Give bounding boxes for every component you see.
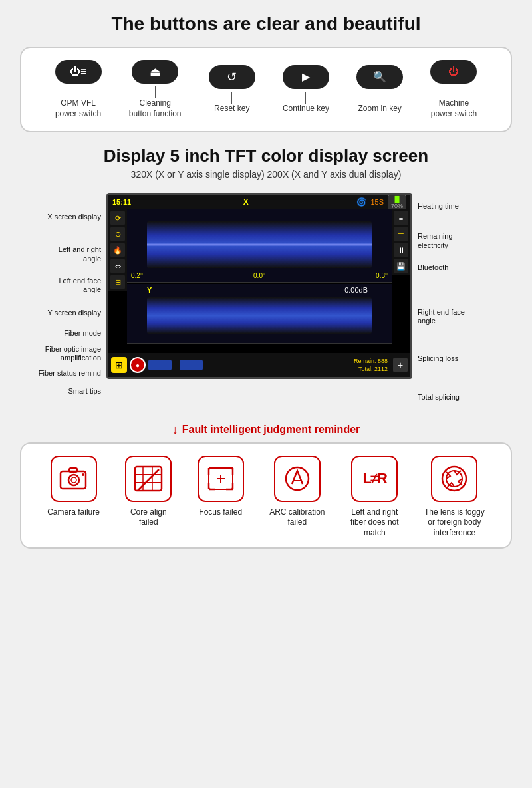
arc-calibration-svg [283, 465, 312, 492]
btn-continue: ▶ Continue key [283, 65, 329, 114]
screen-bottom-bar: ⊞ ● Remain: 888 Total: 2112 + [108, 353, 410, 377]
angle-right: 0.3° [376, 272, 388, 279]
fault-text-camera: Camera failure [47, 507, 100, 518]
fault-item-camera: Camera failure [47, 456, 100, 518]
opm-vfl-icon: ⏻≡ [70, 66, 86, 78]
bottom-plus-icon[interactable]: + [393, 358, 408, 372]
icon-btn-right-face[interactable]: ≡ [394, 211, 408, 225]
icon-btn-lines[interactable]: ═ [394, 227, 408, 241]
connector-opm [78, 86, 78, 98]
label-fiber-mode: Fiber mode [20, 329, 101, 338]
angle-center: 0.0° [253, 272, 265, 279]
btn-zoom: 🔍 Zoom in key [356, 65, 403, 114]
fault-arrow-icon: ↓ [172, 423, 178, 437]
fault-text-mismatch: Left and rightfiber does notmatch [350, 507, 399, 539]
heat-icon: 🌀 [356, 197, 366, 207]
btn-opm-vfl: ⏻≡ OPM VFLpower switch [55, 60, 102, 119]
buttons-title: The buttons are clear and beautiful [20, 13, 512, 35]
bottom-smart-tips-icon[interactable]: ⊞ [111, 357, 127, 373]
label-fiber-status: Fiber status remind [20, 369, 101, 378]
fault-icon-foggy [431, 456, 477, 502]
bottom-target-icon[interactable]: ● [130, 357, 146, 373]
icon-btn-loop[interactable]: ⟳ [110, 211, 125, 225]
label-lr-angle: Left and rightangle [20, 245, 101, 263]
x-fiber-view: 0.2° 0.0° 0.3° [127, 209, 392, 283]
label-y-screen: Y screen display [20, 309, 101, 317]
fault-icon-camera [51, 456, 97, 502]
fault-icon-arc [274, 456, 321, 502]
fault-icon-mismatch: L≠R [351, 456, 398, 502]
cleaning-label: Cleaningbutton function [129, 98, 182, 119]
svg-point-1 [68, 475, 79, 485]
fault-item-focus: Focus failed [198, 456, 244, 518]
buttons-row: ⏻≡ OPM VFLpower switch ⏏ Cleaningbutton … [41, 60, 491, 119]
x-fiber-line [147, 244, 372, 246]
reset-icon: ↺ [227, 70, 237, 84]
core-align-svg [134, 465, 163, 492]
left-labels: X screen display Left and rightangle Lef… [20, 193, 106, 400]
tft-screen: 15:11 X 🌀 15S ▐▌ 70% ⟳ [106, 193, 412, 379]
battery-box: ▐▌ 70% [388, 194, 406, 211]
svg-rect-3 [69, 468, 77, 472]
display-subtitle: 320X (X or Y axis single display) 200X (… [20, 169, 512, 180]
icon-bar-left: ⟳ ⊙ 🔥 ⇔ ⊞ [108, 209, 127, 291]
btn-pill-power[interactable]: ⏻ [430, 60, 477, 84]
battery-icon: ▐▌ [392, 196, 402, 203]
icon-btn-save[interactable]: 💾 [394, 259, 408, 273]
cleaning-icon: ⏏ [150, 65, 161, 79]
btn-pill-reset[interactable]: ↺ [209, 65, 255, 89]
page-wrapper: The buttons are clear and beautiful ⏻≡ O… [0, 0, 532, 562]
fault-text-core-align: Core alignfailed [130, 507, 167, 528]
label-total-splicing: Total splicing [418, 393, 499, 402]
icon-btn-grid[interactable]: ⊞ [110, 275, 125, 289]
connector-continue [305, 92, 306, 104]
fault-text-foggy: The lens is foggyor foreign bodyinterfer… [424, 507, 485, 539]
fault-box: Camera failure Core alig [20, 442, 512, 549]
btn-pill-cleaning[interactable]: ⏏ [132, 60, 178, 84]
remain-label: Remain: [354, 358, 378, 364]
btn-reset: ↺ Reset key [209, 65, 255, 114]
svg-point-4 [82, 473, 84, 476]
fault-arrow-row: ↓ Fault intelligent judgment reminder [20, 423, 512, 437]
fault-label: Fault intelligent judgment reminder [182, 424, 360, 436]
screen-time: 15:11 [112, 198, 131, 206]
y-fiber-view: Y 0.00dB SM SM [127, 284, 392, 344]
fault-item-core-align: Core alignfailed [125, 456, 172, 528]
camera-failure-svg [59, 467, 88, 491]
label-smart-tips: Smart tips [20, 387, 101, 396]
fault-text-arc: ARC calibrationfailed [269, 507, 325, 528]
btn-pill-zoom[interactable]: 🔍 [356, 65, 403, 89]
label-x-screen: X screen display [20, 213, 101, 221]
icon-btn-flame[interactable]: 🔥 [110, 243, 125, 257]
label-bluetooth: Bluetooth [418, 263, 499, 272]
btn-pill-opm[interactable]: ⏻≡ [55, 60, 102, 84]
label-left-face: Left end faceangle [20, 277, 101, 294]
screen-container: X screen display Left and rightangle Lef… [20, 193, 512, 411]
bottom-fiber-icon1 [148, 360, 172, 370]
y-label-row: Y 0.00dB [127, 284, 392, 294]
btn-pill-continue[interactable]: ▶ [283, 65, 329, 89]
total-label: Total: [358, 366, 374, 372]
label-right-face: Right end faceangle [418, 308, 499, 325]
connector-power [454, 86, 454, 98]
bottom-remain: Remain: 888 Total: 2112 [354, 357, 388, 374]
connector-cleaning [155, 86, 156, 98]
svg-line-10 [138, 469, 159, 491]
heat-time: 15S [370, 198, 384, 206]
zoom-icon: 🔍 [373, 70, 386, 83]
bottom-fiber-icon2 [180, 360, 203, 370]
label-fiber-image: Fiber optic imageamplification [20, 345, 101, 362]
icon-btn-arrows[interactable]: ⇔ [110, 259, 125, 273]
icon-btn-pause[interactable]: ⏸ [394, 243, 408, 257]
fault-icons-row: Camera failure Core alig [35, 456, 497, 539]
label-splicing-loss: Splicing loss [418, 354, 499, 363]
power-icon: ⏻ [448, 66, 459, 78]
y-screen-label: Y [147, 286, 152, 294]
icon-btn-clock[interactable]: ⊙ [110, 227, 125, 241]
lens-foggy-svg [440, 464, 469, 493]
screen-diagram: X screen display Left and rightangle Lef… [20, 193, 512, 437]
battery-pct: 70% [391, 203, 403, 209]
fault-icon-focus [198, 456, 244, 502]
svg-point-25 [446, 471, 462, 487]
continue-label: Continue key [283, 104, 329, 114]
